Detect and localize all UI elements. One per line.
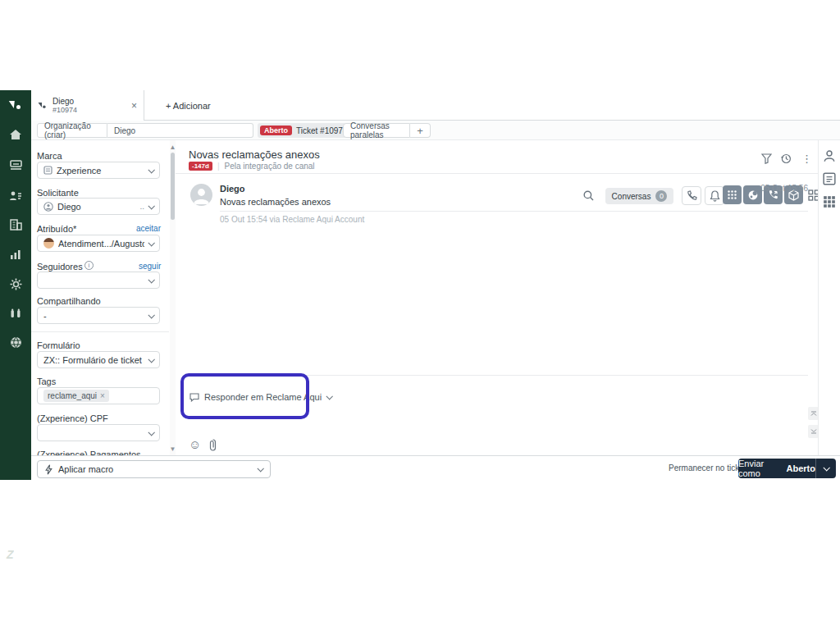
stay-on-ticket-label: Permanecer no ticket xyxy=(669,463,746,472)
solicitante-value: Diego xyxy=(57,202,81,212)
scroll-up-icon[interactable]: ▲ xyxy=(169,144,176,151)
user-context-icon[interactable] xyxy=(823,149,836,162)
assignee-avatar xyxy=(43,238,54,249)
apply-macro-field[interactable]: Aplicar macro xyxy=(37,460,271,478)
tags-label: Tags xyxy=(37,377,56,386)
tags-field[interactable]: reclame_aqui × xyxy=(37,387,160,404)
add-side-conversation-button[interactable]: + xyxy=(410,123,431,138)
conversation-subtitle-row: -147d | Pela integração de canal xyxy=(189,162,315,171)
phone-button[interactable] xyxy=(682,186,701,205)
apps-tray-icon[interactable] xyxy=(823,195,836,208)
views-icon[interactable] xyxy=(0,154,31,176)
chevron-down-icon xyxy=(148,276,154,283)
chevron-down-icon xyxy=(148,429,154,436)
add-tab-button[interactable]: + Adicionar xyxy=(156,90,221,121)
chevron-down-icon xyxy=(148,203,154,209)
ticket-toolbar: Organização (criar) Diego Aberto Ticket … xyxy=(31,121,840,140)
chevron-down-icon xyxy=(148,240,154,246)
conversas-label: Conversas xyxy=(612,192,651,201)
organization-button[interactable]: Organização (criar) xyxy=(37,123,107,138)
plus-icon: + xyxy=(417,125,423,137)
reporting-icon[interactable] xyxy=(0,244,31,265)
atribuido-label: Atribuído* xyxy=(37,224,76,234)
ticket-id-pill: Aberto Ticket #10974 xyxy=(258,123,352,138)
customers-icon[interactable] xyxy=(0,185,31,206)
scroll-down-icon[interactable]: ▼ xyxy=(169,445,176,453)
info-icon: i xyxy=(84,261,94,270)
conversas-button[interactable]: Conversas 0 xyxy=(605,188,673,204)
atribuido-select[interactable]: Atendiment.../Augusto Ba... xyxy=(37,235,160,252)
submit-as-open-button[interactable]: Enviar como Aberto xyxy=(738,459,816,478)
tag-pill: reclame_aqui × xyxy=(43,390,109,402)
home-icon[interactable] xyxy=(0,124,31,145)
message-meta: 05 Out 15:54 via Reclame Aqui Account xyxy=(220,215,364,224)
compartilhando-select[interactable]: - xyxy=(37,307,160,324)
seguidores-select[interactable] xyxy=(37,272,160,289)
tag-remove-icon[interactable]: × xyxy=(100,391,105,400)
submit-prefix: Enviar como xyxy=(738,459,783,478)
search-icon[interactable] xyxy=(583,190,594,201)
footer-bar: Aplicar macro Permanecer no ticket Envia… xyxy=(31,455,840,480)
seguir-link[interactable]: seguir xyxy=(139,262,161,271)
phone-icon xyxy=(687,190,697,201)
status-badge: Aberto xyxy=(260,126,292,135)
side-conversations-label: Conversas paralelas xyxy=(350,121,403,139)
organization-label: Organização (criar) xyxy=(44,121,100,139)
submit-status: Aberto xyxy=(787,463,815,473)
chevron-down-icon xyxy=(823,464,829,471)
ticket-tab[interactable]: Diego #10974 × xyxy=(31,90,144,121)
solicitante-select[interactable]: Diego .. xyxy=(37,198,160,215)
admin-gear-icon[interactable] xyxy=(0,273,31,294)
requester-field[interactable]: Diego xyxy=(107,123,253,138)
panel-divider xyxy=(31,331,169,332)
right-context-rail xyxy=(818,140,840,455)
chevron-down-icon xyxy=(326,393,333,399)
tab-title: Diego xyxy=(52,97,77,106)
speech-bubble-icon xyxy=(189,393,199,402)
chevron-down-icon xyxy=(148,356,154,363)
reply-channel-selector[interactable]: Responder em Reclame Aqui xyxy=(189,388,331,406)
age-badge: -147d xyxy=(189,162,212,171)
attachment-icon[interactable] xyxy=(209,439,217,451)
chevron-down-icon xyxy=(148,167,154,173)
message-author[interactable]: Diego xyxy=(220,184,245,194)
message-timestamp: 05 Out 15:56 xyxy=(705,184,808,193)
composer-divider xyxy=(187,375,808,376)
top-bar: Diego #10974 × + Adicionar Conversas 0 xyxy=(31,90,840,121)
marca-label: Marca xyxy=(37,151,62,161)
macro-lightning-icon xyxy=(45,464,52,475)
tab-subtitle: #10974 xyxy=(52,106,77,114)
filter-icon[interactable] xyxy=(761,153,772,164)
tab-close-icon[interactable]: × xyxy=(131,100,137,112)
history-icon[interactable] xyxy=(780,153,792,164)
formulario-value: ZX:: Formulário de ticket padr... xyxy=(43,355,144,365)
apply-macro-label: Aplicar macro xyxy=(58,464,113,474)
quality-binoculars-icon[interactable] xyxy=(0,303,31,324)
cpf-select[interactable] xyxy=(37,424,160,441)
globe-icon[interactable] xyxy=(0,331,31,353)
solicitante-label: Solicitante xyxy=(37,188,79,198)
tab-ticket-icon xyxy=(38,102,47,110)
panel-scrollbar-thumb[interactable] xyxy=(171,153,175,220)
aceitar-link[interactable]: aceitar xyxy=(136,224,161,233)
submit-button-group: Enviar como Aberto xyxy=(738,459,836,478)
seguidores-label: Seguidores xyxy=(37,262,83,272)
more-options-icon[interactable]: ⋮ xyxy=(801,153,812,165)
tag-value: reclame_aqui xyxy=(48,391,97,400)
organizations-icon[interactable] xyxy=(0,214,31,235)
formulario-select[interactable]: ZX:: Formulário de ticket padr... xyxy=(37,351,160,368)
left-nav-rail: Z xyxy=(0,90,31,480)
via-channel-text: Pela integração de canal xyxy=(225,162,315,171)
message-avatar xyxy=(190,184,212,206)
knowledge-icon[interactable] xyxy=(823,172,836,185)
emoji-icon[interactable]: ☺ xyxy=(189,437,201,451)
chevron-down-icon xyxy=(257,465,263,472)
message-divider xyxy=(220,211,808,212)
compartilhando-value: - xyxy=(43,311,47,321)
submit-options-button[interactable] xyxy=(816,459,836,478)
side-conversations-tab[interactable]: Conversas paralelas xyxy=(343,123,410,138)
info-glyph: i xyxy=(89,262,90,269)
marca-select[interactable]: Zxperience xyxy=(37,162,160,179)
atribuido-value: Atendiment.../Augusto Ba... xyxy=(58,239,144,249)
header-divider xyxy=(176,173,818,174)
